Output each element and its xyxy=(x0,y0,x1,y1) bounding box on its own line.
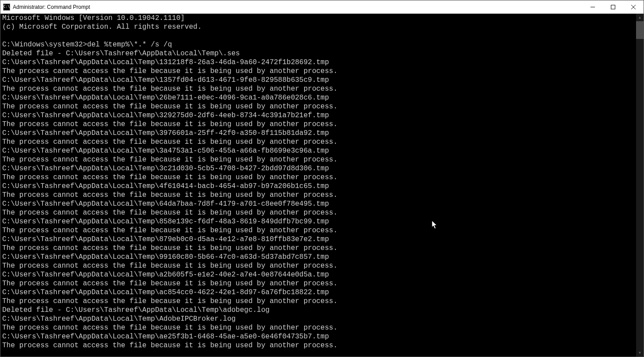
terminal-line: The process cannot access the file becau… xyxy=(2,102,634,111)
terminal-line: C:\Users\Tashreef\AppData\Local\Temp\397… xyxy=(2,129,634,138)
terminal-line: The process cannot access the file becau… xyxy=(2,261,634,270)
terminal-line: The process cannot access the file becau… xyxy=(2,84,634,93)
terminal-line: C:\Users\Tashreef\AppData\Local\Temp\64d… xyxy=(2,200,634,208)
window-title: Administrator: Command Prompt xyxy=(13,4,583,10)
vertical-scrollbar[interactable]: ▲ ▼ xyxy=(636,14,644,357)
terminal-line: The process cannot access the file becau… xyxy=(2,173,634,182)
window-controls xyxy=(583,0,644,13)
terminal-line: C:\Users\Tashreef\AppData\Local\Temp\3a4… xyxy=(2,146,634,155)
terminal-line xyxy=(2,31,634,40)
terminal-line: C:\Users\Tashreef\AppData\Local\Temp\131… xyxy=(2,58,634,67)
terminal-line: C:\Users\Tashreef\AppData\Local\Temp\Ado… xyxy=(2,315,634,323)
scroll-down-arrow[interactable]: ▼ xyxy=(636,349,644,357)
close-button[interactable] xyxy=(623,0,644,13)
command-prompt-window: C:\ Administrator: Command Prompt Micros… xyxy=(0,0,644,357)
maximize-button[interactable] xyxy=(603,0,623,13)
terminal-line: C:\Users\Tashreef\AppData\Local\Temp\991… xyxy=(2,253,634,261)
titlebar[interactable]: C:\ Administrator: Command Prompt xyxy=(0,0,644,14)
terminal-line: The process cannot access the file becau… xyxy=(2,323,634,332)
scroll-thumb[interactable] xyxy=(636,21,644,39)
terminal-line: C:\Users\Tashreef\AppData\Local\Temp\4f6… xyxy=(2,182,634,191)
terminal-line: C:\Users\Tashreef\AppData\Local\Temp\ac8… xyxy=(2,288,634,297)
terminal-area: Microsoft Windows [Version 10.0.19042.11… xyxy=(0,14,644,357)
terminal-line: The process cannot access the file becau… xyxy=(2,208,634,217)
terminal-line: C:\Users\Tashreef\AppData\Local\Temp\329… xyxy=(2,111,634,120)
terminal-line: The process cannot access the file becau… xyxy=(2,341,634,350)
terminal-line: The process cannot access the file becau… xyxy=(2,120,634,129)
terminal-line: Deleted file - C:\Users\Tashreef\AppData… xyxy=(2,49,634,58)
terminal-line: The process cannot access the file becau… xyxy=(2,244,634,253)
cmd-icon: C:\ xyxy=(3,4,10,11)
terminal-output[interactable]: Microsoft Windows [Version 10.0.19042.11… xyxy=(0,14,636,357)
terminal-line: C:\Users\Tashreef\AppData\Local\Temp\879… xyxy=(2,235,634,244)
terminal-line: (c) Microsoft Corporation. All rights re… xyxy=(2,23,634,31)
svg-rect-1 xyxy=(611,5,615,9)
terminal-line: C:\Users\Tashreef\AppData\Local\Temp\ae2… xyxy=(2,332,634,341)
terminal-line: C:\Users\Tashreef\AppData\Local\Temp\3c2… xyxy=(2,164,634,173)
terminal-line: Microsoft Windows [Version 10.0.19042.11… xyxy=(2,14,634,23)
command-line: C:\Windows\system32>del %temp%\*.* /s /q xyxy=(2,40,634,49)
prompt: C:\Windows\system32> xyxy=(2,41,87,49)
terminal-line: C:\Users\Tashreef\AppData\Local\Temp\858… xyxy=(2,217,634,226)
terminal-line: The process cannot access the file becau… xyxy=(2,138,634,146)
terminal-line: C:\Users\Tashreef\AppData\Local\Temp\26b… xyxy=(2,93,634,102)
minimize-button[interactable] xyxy=(583,0,603,13)
terminal-line: The process cannot access the file becau… xyxy=(2,279,634,288)
terminal-line: C:\Users\Tashreef\AppData\Local\Temp\a2b… xyxy=(2,270,634,279)
terminal-line: The process cannot access the file becau… xyxy=(2,226,634,235)
terminal-line: Deleted file - C:\Users\Tashreef\AppData… xyxy=(2,306,634,315)
typed-command: del %temp%\*.* /s /q xyxy=(87,41,172,49)
terminal-line: The process cannot access the file becau… xyxy=(2,67,634,76)
terminal-line: The process cannot access the file becau… xyxy=(2,155,634,164)
scroll-up-arrow[interactable]: ▲ xyxy=(636,14,644,21)
terminal-line: The process cannot access the file becau… xyxy=(2,297,634,306)
terminal-line: The process cannot access the file becau… xyxy=(2,191,634,200)
terminal-line: C:\Users\Tashreef\AppData\Local\Temp\135… xyxy=(2,76,634,84)
